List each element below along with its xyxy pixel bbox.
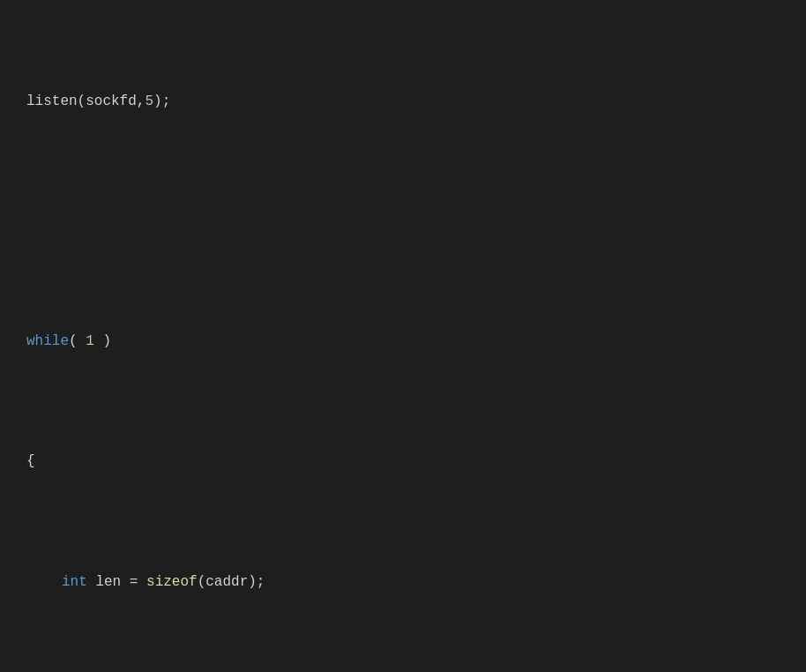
- code-line: listen(sockfd,5);: [26, 90, 780, 115]
- code-line: while( 1 ): [26, 330, 780, 355]
- code-line: {: [26, 450, 780, 474]
- code-block: listen(sockfd,5); while( 1 ) { int len =…: [26, 18, 780, 672]
- code-line: [26, 210, 780, 235]
- code-line: int len = sizeof(caddr);: [26, 571, 780, 595]
